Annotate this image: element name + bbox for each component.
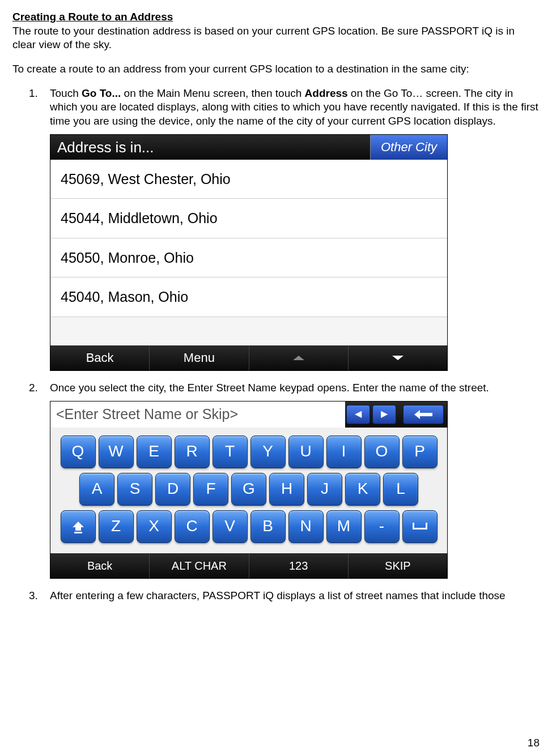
- key-x[interactable]: X: [137, 510, 172, 543]
- step-1: Touch Go To... on the Main Menu screen, …: [41, 87, 540, 371]
- street-input[interactable]: <Enter Street Name or Skip>: [50, 402, 345, 428]
- menu-button[interactable]: Menu: [150, 345, 249, 370]
- address-header: Address is in... Other City: [50, 135, 447, 160]
- kb-skip-button[interactable]: SKIP: [349, 553, 447, 578]
- key-a[interactable]: A: [79, 473, 114, 506]
- step-3-text: After entering a few characters, PASSPOR…: [50, 590, 506, 601]
- city-row[interactable]: 45040, Mason, Ohio: [50, 277, 447, 317]
- scroll-down-button[interactable]: [349, 345, 447, 370]
- shift-icon: [71, 519, 86, 534]
- empty-row: [50, 317, 447, 345]
- backspace-button[interactable]: [403, 405, 444, 424]
- cursor-left-button[interactable]: ◀: [346, 405, 370, 424]
- step-1-goto: Go To...: [82, 87, 121, 99]
- step-1-address: Address: [305, 87, 348, 99]
- key-g[interactable]: G: [231, 473, 266, 506]
- key-b[interactable]: B: [250, 510, 286, 543]
- kb-altchar-button[interactable]: ALT CHAR: [150, 553, 249, 578]
- keyboard-screen: <Enter Street Name or Skip> ◀ ▶ Q W E R …: [50, 401, 448, 579]
- address-footer: Back Menu: [50, 345, 447, 370]
- step-2: Once you select the city, the Enter Stre…: [41, 381, 540, 579]
- key-k[interactable]: K: [345, 473, 380, 506]
- step-3: After entering a few characters, PASSPOR…: [41, 589, 540, 603]
- key-d[interactable]: D: [155, 473, 190, 506]
- other-city-button[interactable]: Other City: [370, 135, 447, 160]
- key-f[interactable]: F: [193, 473, 228, 506]
- key-j[interactable]: J: [307, 473, 342, 506]
- kb-back-button[interactable]: Back: [50, 553, 150, 578]
- key-shift[interactable]: [61, 510, 96, 543]
- address-screen: Address is in... Other City 45069, West …: [50, 134, 448, 371]
- backspace-icon: [414, 410, 432, 419]
- key-q[interactable]: Q: [61, 435, 96, 468]
- step-1-text-c: on the Main Menu screen, then touch: [121, 87, 304, 99]
- key-dash[interactable]: -: [364, 510, 400, 543]
- keyboard-header: <Enter Street Name or Skip> ◀ ▶: [50, 402, 447, 428]
- intro-text: The route to your destination address is…: [12, 25, 515, 51]
- document-body: Creating a Route to an Address The route…: [12, 10, 540, 603]
- lead-text: To create a route to an address from you…: [12, 62, 540, 76]
- keyboard-row-3: Z X C V B N M -: [55, 510, 443, 543]
- step-1-text-a: Touch: [50, 87, 82, 99]
- key-y[interactable]: Y: [250, 435, 286, 468]
- key-v[interactable]: V: [213, 510, 248, 543]
- keyboard-row-1: Q W E R T Y U I O P: [55, 435, 443, 468]
- key-s[interactable]: S: [117, 473, 152, 506]
- keyboard-footer: Back ALT CHAR 123 SKIP: [50, 553, 447, 578]
- key-m[interactable]: M: [326, 510, 362, 543]
- key-i[interactable]: I: [326, 435, 362, 468]
- key-o[interactable]: O: [364, 435, 400, 468]
- address-header-title: Address is in...: [50, 135, 370, 160]
- city-list: 45069, West Chester, Ohio 45044, Middlet…: [50, 160, 447, 345]
- triangle-down-icon: [392, 356, 404, 360]
- key-l[interactable]: L: [383, 473, 418, 506]
- key-c[interactable]: C: [175, 510, 210, 543]
- key-h[interactable]: H: [269, 473, 304, 506]
- key-e[interactable]: E: [137, 435, 172, 468]
- key-n[interactable]: N: [288, 510, 324, 543]
- city-row[interactable]: 45044, Middletown, Ohio: [50, 199, 447, 238]
- step-2-text: Once you select the city, the Enter Stre…: [50, 382, 489, 394]
- key-z[interactable]: Z: [99, 510, 134, 543]
- scroll-up-button[interactable]: [249, 345, 349, 370]
- key-t[interactable]: T: [213, 435, 248, 468]
- section-title: Creating a Route to an Address: [12, 11, 173, 23]
- key-r[interactable]: R: [175, 435, 210, 468]
- space-icon: [411, 522, 428, 532]
- keyboard-row-2: A S D F G H J K L: [55, 473, 443, 506]
- city-row[interactable]: 45069, West Chester, Ohio: [50, 160, 447, 199]
- key-space[interactable]: [402, 510, 438, 543]
- kb-123-button[interactable]: 123: [249, 553, 349, 578]
- key-w[interactable]: W: [99, 435, 134, 468]
- back-button[interactable]: Back: [50, 345, 150, 370]
- city-row[interactable]: 45050, Monroe, Ohio: [50, 238, 447, 278]
- keyboard-area: Q W E R T Y U I O P A S D F G H J K L: [50, 428, 447, 553]
- key-p[interactable]: P: [402, 435, 438, 468]
- key-u[interactable]: U: [288, 435, 324, 468]
- cursor-right-button[interactable]: ▶: [372, 405, 396, 424]
- steps-list: Touch Go To... on the Main Menu screen, …: [12, 87, 540, 603]
- triangle-up-icon: [293, 356, 304, 360]
